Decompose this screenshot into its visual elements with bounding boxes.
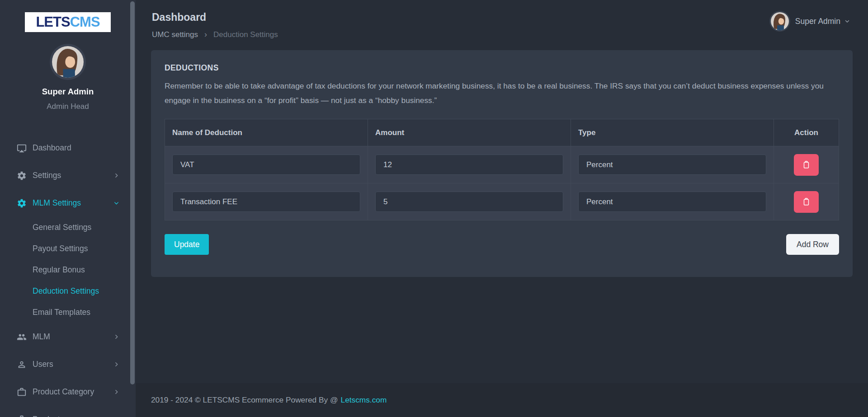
chevron-right-icon xyxy=(113,173,119,178)
add-row-button[interactable]: Add Row xyxy=(786,234,839,255)
letscms-link[interactable]: Letscms.com xyxy=(341,395,387,405)
person-icon xyxy=(17,360,27,370)
sidebar-item-label: Users xyxy=(33,360,53,369)
dashboard-monitor-icon xyxy=(17,143,27,153)
breadcrumb: UMC settings › Deduction Settings xyxy=(152,30,852,39)
profile-role: Admin Head xyxy=(0,102,136,111)
breadcrumb-parent[interactable]: UMC settings xyxy=(152,30,198,39)
gear-icon xyxy=(17,198,27,208)
deduction-name-input[interactable] xyxy=(172,155,360,175)
sidebar-item-users[interactable]: Users xyxy=(0,351,136,378)
column-header-amount: Amount xyxy=(368,119,571,146)
breadcrumb-separator-icon: › xyxy=(204,30,207,39)
chevron-down-icon xyxy=(113,200,119,206)
sidebar-menu: Dashboard Settings MLM Settings General … xyxy=(0,134,136,417)
deduction-type-input[interactable] xyxy=(578,192,766,212)
sidebar-item-regular-bonus[interactable]: Regular Bonus xyxy=(0,259,136,281)
chevron-right-icon xyxy=(113,334,119,340)
deductions-table: Name of Deduction Amount Type Action xyxy=(165,119,839,220)
page-title: Dashboard xyxy=(152,11,852,23)
user-menu[interactable]: Super Admin xyxy=(771,12,850,30)
sidebar-item-mlm[interactable]: MLM xyxy=(0,323,136,351)
sidebar: LETSCMS Super Admin Admin Head Dashboard… xyxy=(0,0,136,417)
card-actions: Update Add Row xyxy=(165,234,839,255)
avatar-image xyxy=(52,46,84,78)
sidebar-item-label: General Settings xyxy=(33,223,91,232)
sidebar-item-label: Product Category xyxy=(33,387,94,397)
sidebar-item-label: Deduction Settings xyxy=(33,286,99,296)
sidebar-item-mlm-settings[interactable]: MLM Settings xyxy=(0,189,136,217)
column-header-action: Action xyxy=(774,119,839,146)
card-title: DEDUCTIONS xyxy=(165,63,839,73)
people-group-icon xyxy=(17,332,27,342)
sidebar-item-label: Product xyxy=(33,415,60,417)
column-header-name: Name of Deduction xyxy=(165,119,368,146)
briefcase-icon xyxy=(17,387,27,397)
user-name: Super Admin xyxy=(795,17,840,26)
sidebar-scrollbar[interactable] xyxy=(130,1,135,384)
user-avatar xyxy=(771,12,789,30)
profile-name: Super Admin xyxy=(0,87,136,97)
trash-icon xyxy=(802,159,811,170)
chevron-right-icon xyxy=(113,361,119,367)
logo-text-cms: CMS xyxy=(70,14,100,30)
sidebar-item-label: Regular Bonus xyxy=(33,265,85,275)
column-header-type: Type xyxy=(571,119,774,146)
table-row xyxy=(165,183,839,220)
sidebar-item-label: Settings xyxy=(33,171,61,180)
page-header: Dashboard UMC settings › Deduction Setti… xyxy=(136,0,868,44)
briefcase-icon xyxy=(17,415,27,417)
sidebar-item-label: Dashboard xyxy=(33,143,71,153)
sidebar-item-label: Email Templates xyxy=(33,308,90,317)
deductions-card: DEDUCTIONS Remember to be able to take a… xyxy=(151,50,853,277)
logo-text-lets: LETS xyxy=(36,14,70,30)
trash-icon xyxy=(802,197,811,207)
letscms-logo[interactable]: LETSCMS xyxy=(25,12,111,32)
card-description: Remember to be able to take advantage of… xyxy=(165,79,839,108)
sidebar-item-product-category[interactable]: Product Category xyxy=(0,378,136,406)
deduction-name-input[interactable] xyxy=(172,192,360,212)
chevron-down-icon xyxy=(844,19,850,24)
delete-row-button[interactable] xyxy=(794,191,819,213)
sidebar-item-label: MLM xyxy=(33,332,50,342)
update-button[interactable]: Update xyxy=(165,234,209,255)
sidebar-item-label: MLM Settings xyxy=(33,198,81,208)
sidebar-item-general-settings[interactable]: General Settings xyxy=(0,217,136,238)
sidebar-item-dashboard[interactable]: Dashboard xyxy=(0,134,136,162)
table-header-row: Name of Deduction Amount Type Action xyxy=(165,119,839,146)
deduction-amount-input[interactable] xyxy=(375,192,563,212)
avatar-image xyxy=(771,12,789,30)
gear-icon xyxy=(17,171,27,181)
sidebar-item-label: Payout Settings xyxy=(33,244,88,253)
main-content: Dashboard UMC settings › Deduction Setti… xyxy=(136,0,868,417)
sidebar-item-email-templates[interactable]: Email Templates xyxy=(0,302,136,323)
chevron-right-icon xyxy=(113,389,119,395)
delete-row-button[interactable] xyxy=(794,154,819,176)
breadcrumb-current: Deduction Settings xyxy=(213,30,278,39)
deduction-type-input[interactable] xyxy=(578,155,766,175)
deduction-amount-input[interactable] xyxy=(375,155,563,175)
table-row xyxy=(165,146,839,183)
sidebar-item-product[interactable]: Product xyxy=(0,406,136,417)
copyright-text: 2019 - 2024 © LETSCMS Ecommerce Powered … xyxy=(151,395,338,405)
sidebar-item-deduction-settings[interactable]: Deduction Settings xyxy=(0,281,136,302)
footer: 2019 - 2024 © LETSCMS Ecommerce Powered … xyxy=(136,383,868,417)
sidebar-item-payout-settings[interactable]: Payout Settings xyxy=(0,238,136,259)
profile-avatar[interactable] xyxy=(52,46,84,78)
sidebar-item-settings[interactable]: Settings xyxy=(0,162,136,189)
